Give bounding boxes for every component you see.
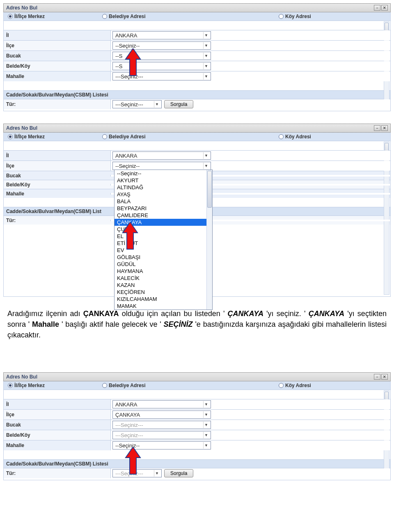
close-icon[interactable]: ✕ xyxy=(381,374,388,380)
select-bucak[interactable]: ---Seçiniz--- ▼ xyxy=(112,421,211,429)
radio-koy[interactable] xyxy=(279,383,284,388)
label-il: İl xyxy=(4,32,110,39)
dropdown-option[interactable]: ALTINDAĞ xyxy=(115,184,212,191)
radio-merkez[interactable] xyxy=(8,14,13,19)
dropdown-option[interactable]: BALA xyxy=(115,198,212,205)
minimize-icon[interactable]: – xyxy=(374,125,380,131)
label-mahalle: Mahalle xyxy=(4,442,110,449)
titlebar: Adres No Bul – ✕ xyxy=(3,124,391,133)
select-bucak-value: --S xyxy=(115,53,122,59)
dropdown-option[interactable]: EL xyxy=(115,233,212,240)
chevron-down-icon: ▼ xyxy=(154,101,160,108)
close-icon[interactable]: ✕ xyxy=(381,125,388,131)
radio-belediye[interactable] xyxy=(102,134,107,139)
chevron-down-icon: ▼ xyxy=(203,401,209,408)
label-tur: Tür: xyxy=(4,101,110,108)
select-belde-value: ---Seçiniz--- xyxy=(115,432,143,438)
select-mahalle[interactable]: --Seçiniz-- ▼ xyxy=(112,441,211,449)
minimize-icon[interactable]: – xyxy=(374,5,380,11)
dropdown-option[interactable]: BEYPAZARI xyxy=(115,205,212,212)
dropdown-option[interactable]: KAZAN xyxy=(115,282,212,289)
window-buttons: – ✕ xyxy=(374,125,388,131)
tab-belediye-label: Belediye Adresi xyxy=(109,383,146,388)
select-mahalle-value: ---Seçiniz--- xyxy=(115,73,143,80)
select-il[interactable]: ANKARA ▼ xyxy=(112,400,211,408)
titlebar: Adres No Bul – ✕ xyxy=(3,372,391,381)
chevron-down-icon: ▼ xyxy=(203,411,209,418)
select-il[interactable]: ANKARA ▼ xyxy=(112,31,211,39)
radio-belediye[interactable] xyxy=(102,14,107,19)
dropdown-option[interactable]: ÇUB xyxy=(115,226,212,233)
label-belde: Belde/Köy xyxy=(4,181,110,188)
dropdown-option[interactable]: EV xyxy=(115,247,212,254)
dropdown-option[interactable]: ÇANKAYA xyxy=(115,219,212,226)
select-tur[interactable]: ---Seçiniz--- ▼ xyxy=(112,469,162,477)
select-bucak-value: ---Seçiniz--- xyxy=(115,422,143,428)
chevron-down-icon: ▼ xyxy=(203,422,209,428)
dropdown-option[interactable]: --Seçiniz-- xyxy=(115,170,212,177)
tab-koy-label: Köy Adresi xyxy=(285,134,311,140)
titlebar: Adres No Bul – ✕ xyxy=(3,3,391,12)
minimize-icon[interactable]: – xyxy=(374,374,380,380)
select-belde[interactable]: ---Seçiniz--- ▼ xyxy=(112,431,211,439)
radio-belediye[interactable] xyxy=(102,383,107,388)
chevron-down-icon: ▼ xyxy=(203,53,209,59)
dropdown-option[interactable]: KIZILCAHAMAM xyxy=(115,296,212,303)
panel-body: İl/İlçe Merkez Belediye Adresi Köy Adres… xyxy=(3,12,391,111)
radio-koy[interactable] xyxy=(279,14,284,19)
select-ilce-value: --Seçiniz-- xyxy=(115,163,140,169)
select-ilce-value: --Seçiniz-- xyxy=(115,43,140,49)
chevron-down-icon: ▼ xyxy=(203,163,209,169)
select-ilce[interactable]: ÇANKAYA ▼ xyxy=(112,410,211,419)
close-icon[interactable]: ✕ xyxy=(381,5,388,11)
label-ilce: İlçe xyxy=(4,162,110,170)
label-ilce: İlçe xyxy=(4,42,110,49)
dropdown-option[interactable]: HAYMANA xyxy=(115,268,212,275)
select-bucak[interactable]: --S ▼ xyxy=(112,52,211,60)
chevron-down-icon: ▼ xyxy=(203,63,209,69)
window-buttons: – ✕ xyxy=(374,374,388,380)
label-mahalle: Mahalle xyxy=(4,190,110,197)
select-mahalle[interactable]: ---Seçiniz--- ▼ xyxy=(112,72,211,80)
select-tur[interactable]: ---Seçiniz--- ▼ xyxy=(112,100,162,108)
dropdown-option[interactable]: ÇAMLIDERE xyxy=(115,212,212,219)
select-il-value: ANKARA xyxy=(115,401,137,408)
window-title: Adres No Bul xyxy=(6,5,37,11)
radio-merkez[interactable] xyxy=(8,383,13,388)
tab-merkez-label: İl/İlçe Merkez xyxy=(14,383,45,388)
select-belde[interactable]: --S ▼ xyxy=(112,62,211,70)
radio-koy[interactable] xyxy=(279,134,284,139)
csbm-header: Cadde/Sokak/Bulvar/Meydan(CSBM) Listesi xyxy=(4,459,390,468)
label-mahalle: Mahalle xyxy=(4,73,110,80)
address-panel-2: Adres No Bul – ✕ İl/İlçe Merkez Belediye… xyxy=(3,124,391,297)
sorgula-button[interactable]: Sorgula xyxy=(164,469,193,477)
instruction-paragraph: Aradığımız ilçenin adı ÇANKAYA olduğu iç… xyxy=(0,304,394,353)
select-ilce[interactable]: --Seçiniz-- ▼ xyxy=(112,162,211,170)
select-il[interactable]: ANKARA ▼ xyxy=(112,151,211,160)
csbm-header: Cadde/Sokak/Bulvar/Meydan(CSBM) Listesi xyxy=(4,90,390,99)
para-bi3: SEÇİNİZ xyxy=(164,320,193,328)
chevron-down-icon: ▼ xyxy=(203,42,209,49)
panel-body: İl/İlçe Merkez Belediye Adresi Köy Adres… xyxy=(3,381,391,480)
select-ilce[interactable]: --Seçiniz-- ▼ xyxy=(112,41,211,50)
window-title: Adres No Bul xyxy=(6,374,37,380)
para-bi2: ÇANKAYA xyxy=(309,310,344,318)
sorgula-button[interactable]: Sorgula xyxy=(164,100,193,108)
radio-merkez[interactable] xyxy=(8,134,13,139)
address-panel-1: Adres No Bul – ✕ İl/İlçe Merkez Belediye… xyxy=(3,3,391,111)
dropdown-option[interactable]: ETİ GUT xyxy=(115,240,212,247)
dropdown-option[interactable]: KEÇİÖREN xyxy=(115,289,212,296)
tab-koy-label: Köy Adresi xyxy=(285,14,311,19)
select-tur-value: ---Seçiniz--- xyxy=(115,101,143,108)
select-il-value: ANKARA xyxy=(115,153,137,159)
dropdown-option[interactable]: AYAŞ xyxy=(115,191,212,198)
dropdown-scrollbar[interactable] xyxy=(206,170,212,310)
dropdown-option[interactable]: GÖLBAŞI xyxy=(115,254,212,261)
ilce-dropdown-list[interactable]: --Seçiniz--AKYURTALTINDAĞAYAŞBALABEYPAZA… xyxy=(114,170,213,310)
dropdown-option[interactable]: AKYURT xyxy=(115,177,212,184)
dropdown-option[interactable]: MAMAK xyxy=(115,303,212,310)
para-t2: olduğu için açılan bu listeden ' xyxy=(122,310,225,318)
dropdown-option[interactable]: KALECİK xyxy=(115,275,212,282)
dropdown-option[interactable]: GÜDÜL xyxy=(115,261,212,268)
chevron-down-icon: ▼ xyxy=(203,73,209,80)
